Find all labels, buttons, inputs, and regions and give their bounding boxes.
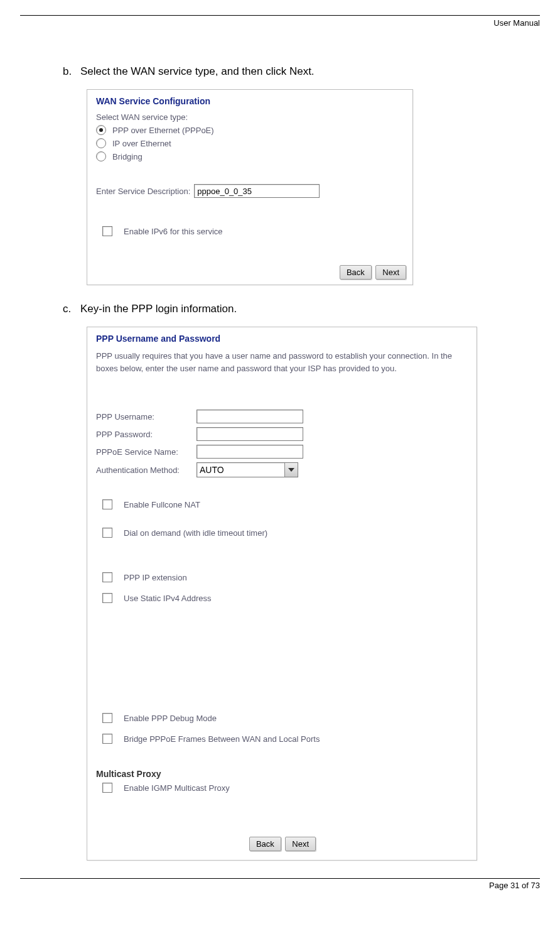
step-c-letter: c. — [63, 303, 80, 315]
fullcone-label: Enable Fullcone NAT — [124, 500, 200, 509]
pppoe-service-label: PPPoE Service Name: — [96, 447, 197, 457]
service-desc-label: Enter Service Description: — [96, 187, 190, 196]
auth-method-value: AUTO — [197, 465, 224, 475]
ppp-panel: PPP Username and Password PPP usually re… — [87, 327, 477, 861]
ppp-intro: PPP usually requires that you have a use… — [96, 350, 468, 374]
static-label: Use Static IPv4 Address — [124, 594, 211, 603]
debug-checkbox[interactable] — [102, 713, 112, 723]
ppp-username-label: PPP Username: — [96, 412, 197, 421]
bridge-checkbox[interactable] — [102, 734, 112, 744]
svg-marker-0 — [288, 468, 294, 472]
next-button-2[interactable]: Next — [285, 837, 316, 851]
dropdown-icon[interactable] — [284, 463, 298, 477]
dial-label: Dial on demand (with idle timeout timer) — [124, 528, 267, 538]
radio-bridging[interactable] — [96, 151, 106, 161]
step-b-text: Select the WAN service type, and then cl… — [80, 65, 315, 78]
igmp-label: Enable IGMP Multicast Proxy — [124, 783, 230, 793]
radio-bridging-label: Bridging — [112, 152, 143, 161]
ppp-password-input[interactable] — [197, 427, 303, 441]
back-button-2[interactable]: Back — [249, 837, 281, 851]
dial-checkbox[interactable] — [102, 528, 112, 538]
step-b-letter: b. — [63, 65, 80, 78]
fullcone-checkbox[interactable] — [102, 499, 112, 509]
header-right: User Manual — [0, 18, 540, 28]
wan-select-label: Select WAN service type: — [96, 112, 404, 122]
radio-pppoe[interactable] — [96, 125, 106, 135]
radio-pppoe-row[interactable]: PPP over Ethernet (PPPoE) — [96, 125, 404, 135]
radio-ipoe[interactable] — [96, 138, 106, 148]
step-c-text: Key-in the PPP login information. — [80, 303, 237, 315]
ipv6-checkbox[interactable] — [102, 226, 112, 236]
static-checkbox[interactable] — [102, 593, 112, 603]
radio-ipoe-label: IP over Ethernet — [112, 139, 171, 148]
footer-page: Page 31 of 73 — [0, 881, 540, 890]
auth-method-label: Authentication Method: — [96, 465, 197, 475]
wan-panel-title: WAN Service Configuration — [96, 96, 404, 106]
debug-label: Enable PPP Debug Mode — [124, 714, 217, 723]
multicast-title: Multicast Proxy — [96, 769, 468, 779]
bridge-label: Bridge PPPoE Frames Between WAN and Loca… — [124, 734, 320, 744]
ppp-password-label: PPP Password: — [96, 430, 197, 439]
igmp-checkbox[interactable] — [102, 783, 112, 793]
back-button-1[interactable]: Back — [340, 265, 372, 280]
ppp-panel-title: PPP Username and Password — [96, 334, 468, 344]
step-c: c. Key-in the PPP login information. — [63, 303, 535, 315]
pppip-label: PPP IP extension — [124, 573, 187, 582]
radio-pppoe-label: PPP over Ethernet (PPPoE) — [112, 126, 214, 135]
pppoe-service-input[interactable] — [197, 445, 303, 459]
step-b: b. Select the WAN service type, and then… — [63, 65, 535, 78]
ppp-username-input[interactable] — [197, 410, 303, 423]
pppip-checkbox[interactable] — [102, 572, 112, 582]
ipv6-label: Enable IPv6 for this service — [124, 227, 223, 236]
wan-service-panel: WAN Service Configuration Select WAN ser… — [87, 89, 413, 285]
radio-bridging-row[interactable]: Bridging — [96, 151, 404, 161]
radio-ipoe-row[interactable]: IP over Ethernet — [96, 138, 404, 148]
next-button-1[interactable]: Next — [375, 265, 406, 280]
auth-method-select[interactable]: AUTO — [197, 462, 298, 477]
service-desc-input[interactable] — [194, 184, 320, 198]
